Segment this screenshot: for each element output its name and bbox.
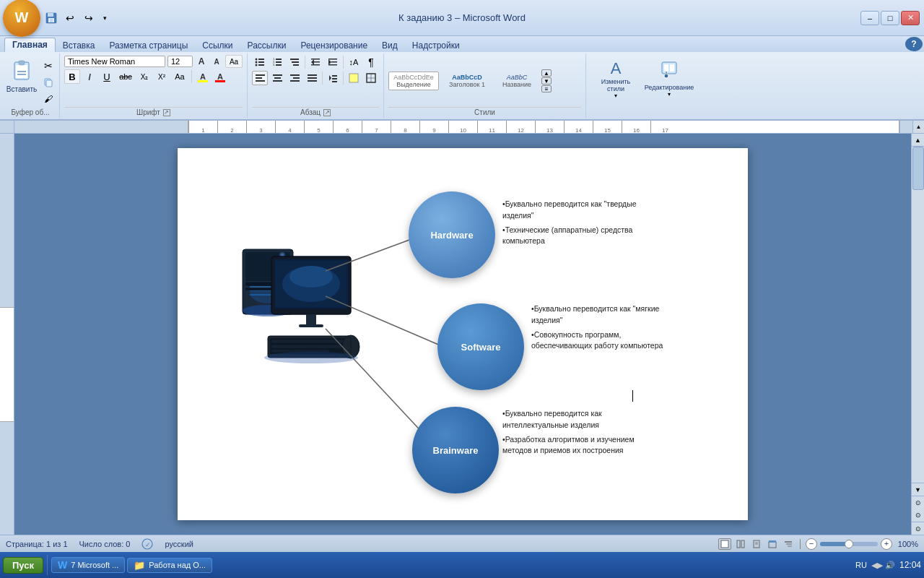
subscript-btn[interactable]: X₂ bbox=[136, 69, 152, 84]
svg-point-15 bbox=[256, 64, 258, 66]
grow-font-btn[interactable]: A bbox=[195, 55, 208, 68]
sort-btn[interactable]: ↕A bbox=[346, 55, 362, 69]
spelling-icon[interactable]: ✓ bbox=[141, 538, 153, 550]
view-normal-btn[interactable] bbox=[718, 538, 731, 550]
software-circle[interactable]: Software bbox=[437, 303, 524, 390]
style-highlight[interactable]: AaBbCcDdEe Выделение bbox=[388, 72, 439, 90]
brainware-circle[interactable]: Brainware bbox=[412, 407, 499, 493]
cut-btn[interactable]: ✂ bbox=[40, 58, 56, 74]
decrease-indent-btn[interactable] bbox=[308, 55, 323, 69]
style-title[interactable]: AaBbC Название bbox=[495, 72, 539, 90]
borders-btn[interactable] bbox=[363, 71, 379, 85]
svg-rect-49 bbox=[332, 81, 337, 82]
tab-view[interactable]: Вид bbox=[375, 39, 405, 52]
change-case-btn2[interactable]: Aa bbox=[171, 69, 188, 84]
show-formatting-btn[interactable]: ¶ bbox=[363, 55, 379, 69]
tab-mailings[interactable]: Рассылки bbox=[240, 39, 294, 52]
styles-expand[interactable]: ≡ bbox=[541, 85, 552, 92]
shading-btn[interactable] bbox=[346, 71, 362, 85]
font-size-selector[interactable] bbox=[167, 56, 193, 67]
language-indicator[interactable]: RU bbox=[855, 561, 867, 569]
svg-point-57 bbox=[664, 74, 668, 78]
tab-insert[interactable]: Вставка bbox=[56, 39, 103, 52]
svg-text:✓: ✓ bbox=[145, 541, 151, 548]
tab-layout[interactable]: Разметка страницы bbox=[102, 39, 195, 52]
save-btn[interactable] bbox=[43, 10, 59, 26]
maximize-btn[interactable]: □ bbox=[881, 11, 899, 25]
svg-rect-16 bbox=[258, 64, 264, 66]
font-color-btn[interactable]: A bbox=[212, 69, 228, 84]
paste-btn[interactable]: Вставить bbox=[4, 55, 39, 97]
language-status[interactable]: русский bbox=[165, 540, 193, 548]
next-page-btn[interactable]: ⊙ bbox=[912, 522, 925, 535]
font-name-selector[interactable] bbox=[64, 56, 165, 67]
styles-scroll-down[interactable]: ▼ bbox=[541, 77, 552, 85]
ruler-expand-btn[interactable]: ▲ bbox=[912, 121, 924, 134]
taskbar-folder-item[interactable]: 📁 Работа над О... bbox=[127, 558, 212, 573]
undo-btn[interactable]: ↩ bbox=[62, 10, 78, 26]
svg-rect-7 bbox=[17, 71, 26, 72]
svg-rect-24 bbox=[292, 61, 299, 63]
redo-btn[interactable]: ↪ bbox=[81, 10, 97, 26]
page-status[interactable]: Страница: 1 из 1 bbox=[6, 540, 68, 548]
tab-addins[interactable]: Надстройки bbox=[405, 39, 467, 52]
line-spacing-btn[interactable] bbox=[325, 71, 341, 85]
tab-review[interactable]: Рецензирование bbox=[293, 39, 375, 52]
styles-scroll-up[interactable]: ▲ bbox=[541, 69, 552, 77]
tab-references[interactable]: Ссылки bbox=[195, 39, 240, 52]
minimize-btn[interactable]: – bbox=[860, 11, 879, 25]
align-center-btn[interactable] bbox=[269, 71, 285, 85]
scroll-down-btn[interactable]: ▼ bbox=[912, 483, 925, 496]
highlight-btn[interactable]: A bbox=[195, 69, 211, 84]
document-scroll-area[interactable]: Hardware •Буквально переводится как "тве… bbox=[14, 134, 911, 535]
close-btn[interactable]: ✕ bbox=[901, 11, 920, 25]
volume-icon[interactable]: 🔊 bbox=[885, 561, 895, 570]
justify-btn[interactable] bbox=[304, 71, 320, 85]
start-button[interactable]: Пуск bbox=[3, 557, 43, 574]
change-styles-btn[interactable]: A Изменить стили ▾ bbox=[590, 58, 641, 100]
scroll-up-btn[interactable]: ▲ bbox=[912, 134, 925, 147]
clock[interactable]: 12:04 bbox=[899, 560, 921, 570]
superscript-btn[interactable]: X² bbox=[154, 69, 170, 84]
underline-btn[interactable]: U bbox=[99, 69, 115, 84]
svg-rect-43 bbox=[308, 74, 317, 76]
zoom-out-btn[interactable]: − bbox=[806, 538, 817, 550]
vertical-scrollbar[interactable]: ▲ ▼ ⊙ ⊙ ⊙ bbox=[911, 134, 924, 535]
change-case-btn[interactable]: Aa bbox=[225, 55, 243, 68]
text-cursor bbox=[632, 390, 633, 402]
view-web-btn[interactable] bbox=[766, 538, 779, 550]
shrink-font-btn[interactable]: A bbox=[210, 55, 223, 68]
copy-btn[interactable] bbox=[40, 74, 56, 90]
zoom-slider[interactable] bbox=[820, 542, 878, 546]
align-left-btn[interactable] bbox=[252, 71, 268, 85]
help-icon[interactable]: ? bbox=[905, 37, 923, 51]
increase-indent-btn[interactable] bbox=[325, 55, 341, 69]
editing-btn[interactable]: Редактирование ▾ bbox=[644, 58, 694, 99]
view-reading-btn[interactable] bbox=[734, 538, 747, 550]
style-heading1[interactable]: AaBbCcD Заголовок 1 bbox=[442, 72, 492, 90]
format-painter-btn[interactable]: 🖌 bbox=[40, 91, 56, 107]
view-print-btn[interactable] bbox=[750, 538, 763, 550]
italic-btn[interactable]: I bbox=[82, 69, 97, 84]
bold-btn[interactable]: B bbox=[64, 69, 80, 84]
taskbar-word-item[interactable]: W 7 Microsoft ... bbox=[51, 557, 125, 573]
align-right-btn[interactable] bbox=[287, 71, 302, 85]
more-btn[interactable]: ▾ bbox=[100, 10, 110, 26]
svg-rect-28 bbox=[314, 61, 320, 63]
strikethrough-btn[interactable]: abc bbox=[116, 69, 135, 84]
numbering-btn[interactable]: 1.2.3. bbox=[269, 55, 285, 69]
tab-home[interactable]: Главная bbox=[4, 38, 56, 52]
scroll-thumb[interactable] bbox=[912, 147, 924, 190]
hardware-circle[interactable]: Hardware bbox=[409, 191, 495, 278]
zoom-level[interactable]: 100% bbox=[898, 540, 918, 548]
network-icon[interactable]: ◀▶ bbox=[871, 561, 883, 570]
word-count[interactable]: Число слов: 0 bbox=[79, 540, 131, 548]
view-outline-btn[interactable] bbox=[782, 538, 795, 550]
prev-page-btn[interactable]: ⊙ bbox=[912, 496, 925, 509]
bullets-btn[interactable] bbox=[252, 55, 268, 69]
office-orb[interactable]: W bbox=[3, 0, 40, 37]
multilevel-btn[interactable] bbox=[287, 55, 302, 69]
zoom-in-btn[interactable]: + bbox=[881, 538, 892, 550]
select-browse-btn[interactable]: ⊙ bbox=[912, 509, 925, 522]
zoom-thumb[interactable] bbox=[845, 540, 853, 548]
